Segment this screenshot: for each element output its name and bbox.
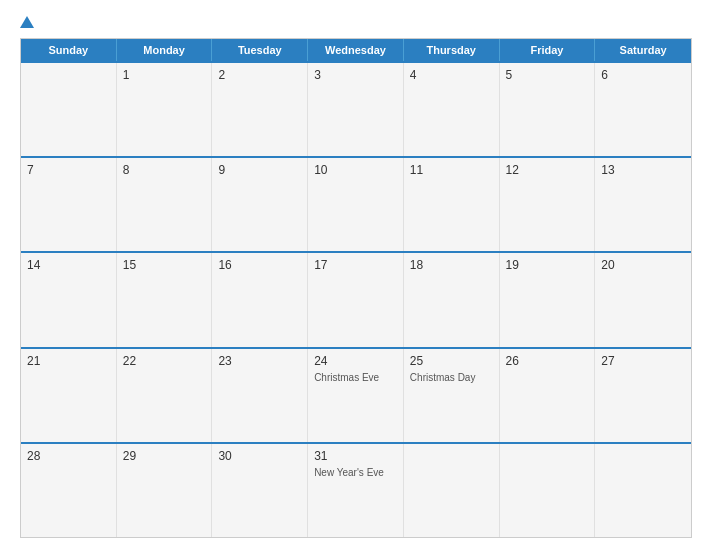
day-number: 5: [506, 68, 589, 82]
day-header-monday: Monday: [117, 39, 213, 61]
day-cell: 31New Year's Eve: [308, 444, 404, 537]
day-cell: 13: [595, 158, 691, 251]
weeks-container: 123456789101112131415161718192021222324C…: [21, 61, 691, 537]
event-label: Christmas Eve: [314, 371, 397, 384]
day-number: 26: [506, 354, 589, 368]
day-cell: 21: [21, 349, 117, 442]
day-number: 30: [218, 449, 301, 463]
day-cell: 2: [212, 63, 308, 156]
day-number: 7: [27, 163, 110, 177]
day-number: 29: [123, 449, 206, 463]
day-cell: 23: [212, 349, 308, 442]
day-number: 18: [410, 258, 493, 272]
day-cell: 25Christmas Day: [404, 349, 500, 442]
day-cell: 18: [404, 253, 500, 346]
day-number: 13: [601, 163, 685, 177]
day-cell: 26: [500, 349, 596, 442]
day-number: 16: [218, 258, 301, 272]
day-number: 2: [218, 68, 301, 82]
logo-blue-text: [20, 16, 37, 28]
day-number: 31: [314, 449, 397, 463]
day-number: 3: [314, 68, 397, 82]
day-cell: 6: [595, 63, 691, 156]
week-row-3: 21222324Christmas Eve25Christmas Day2627: [21, 347, 691, 442]
day-cell: 24Christmas Eve: [308, 349, 404, 442]
day-number: 23: [218, 354, 301, 368]
header: [20, 16, 692, 28]
day-header-tuesday: Tuesday: [212, 39, 308, 61]
event-label: Christmas Day: [410, 371, 493, 384]
day-cell: 28: [21, 444, 117, 537]
day-number: 9: [218, 163, 301, 177]
day-cell: 30: [212, 444, 308, 537]
day-number: 4: [410, 68, 493, 82]
day-cell: [500, 444, 596, 537]
day-cell: 29: [117, 444, 213, 537]
day-cell: 8: [117, 158, 213, 251]
calendar-grid: SundayMondayTuesdayWednesdayThursdayFrid…: [20, 38, 692, 538]
day-cell: 3: [308, 63, 404, 156]
logo-triangle-icon: [20, 16, 34, 28]
day-number: 22: [123, 354, 206, 368]
day-number: 19: [506, 258, 589, 272]
day-number: 25: [410, 354, 493, 368]
day-cell: 22: [117, 349, 213, 442]
day-cell: 10: [308, 158, 404, 251]
logo: [20, 16, 37, 28]
day-number: 17: [314, 258, 397, 272]
day-number: 12: [506, 163, 589, 177]
day-cell: 17: [308, 253, 404, 346]
day-cell: [595, 444, 691, 537]
week-row-4: 28293031New Year's Eve: [21, 442, 691, 537]
day-number: 10: [314, 163, 397, 177]
day-number: 24: [314, 354, 397, 368]
day-cell: [404, 444, 500, 537]
day-cell: 20: [595, 253, 691, 346]
day-number: 6: [601, 68, 685, 82]
day-number: 1: [123, 68, 206, 82]
day-cell: 9: [212, 158, 308, 251]
day-cell: 16: [212, 253, 308, 346]
day-cell: 15: [117, 253, 213, 346]
day-cell: 14: [21, 253, 117, 346]
day-cell: [21, 63, 117, 156]
day-cell: 4: [404, 63, 500, 156]
day-number: 27: [601, 354, 685, 368]
day-number: 28: [27, 449, 110, 463]
day-header-friday: Friday: [500, 39, 596, 61]
day-cell: 5: [500, 63, 596, 156]
day-number: 20: [601, 258, 685, 272]
day-number: 21: [27, 354, 110, 368]
day-cell: 27: [595, 349, 691, 442]
day-cell: 7: [21, 158, 117, 251]
week-row-0: 123456: [21, 61, 691, 156]
day-cell: 12: [500, 158, 596, 251]
event-label: New Year's Eve: [314, 466, 397, 479]
day-cell: 11: [404, 158, 500, 251]
day-header-saturday: Saturday: [595, 39, 691, 61]
week-row-2: 14151617181920: [21, 251, 691, 346]
calendar-page: SundayMondayTuesdayWednesdayThursdayFrid…: [0, 0, 712, 550]
day-headers-row: SundayMondayTuesdayWednesdayThursdayFrid…: [21, 39, 691, 61]
day-number: 11: [410, 163, 493, 177]
day-header-thursday: Thursday: [404, 39, 500, 61]
week-row-1: 78910111213: [21, 156, 691, 251]
day-header-sunday: Sunday: [21, 39, 117, 61]
day-number: 15: [123, 258, 206, 272]
day-number: 8: [123, 163, 206, 177]
day-cell: 1: [117, 63, 213, 156]
day-cell: 19: [500, 253, 596, 346]
day-number: 14: [27, 258, 110, 272]
day-header-wednesday: Wednesday: [308, 39, 404, 61]
